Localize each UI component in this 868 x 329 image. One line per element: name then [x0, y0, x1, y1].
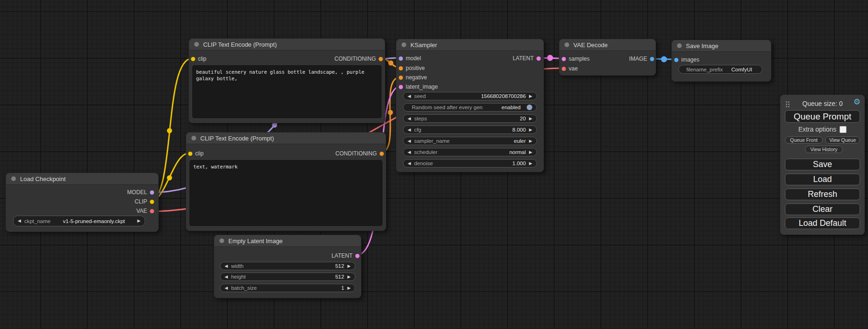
- link-dot[interactable]: [388, 110, 393, 115]
- link-dot[interactable]: [547, 55, 553, 61]
- left-arrow-icon[interactable]: ◀: [408, 128, 411, 132]
- input-port-model[interactable]: model: [399, 55, 421, 62]
- port-dot-images[interactable]: [674, 58, 678, 62]
- node-load-checkpoint[interactable]: Load Checkpoint MODEL CLIP VAE ◀ ckpt_na…: [6, 173, 159, 232]
- queue-prompt-button[interactable]: Queue Prompt: [785, 110, 860, 123]
- save-button[interactable]: Save: [785, 159, 860, 170]
- port-dot-clip[interactable]: [191, 57, 195, 61]
- sampler-name-widget[interactable]: ◀ sampler_name euler ▶: [403, 137, 537, 145]
- left-arrow-icon[interactable]: ◀: [408, 94, 411, 98]
- left-arrow-icon[interactable]: ◀: [408, 161, 411, 166]
- port-dot-latent[interactable]: [536, 56, 541, 61]
- port-dot-vae[interactable]: [562, 67, 566, 71]
- right-arrow-icon[interactable]: ▶: [347, 275, 351, 279]
- link-dot[interactable]: [167, 175, 172, 181]
- input-port-vae[interactable]: vae: [562, 65, 578, 72]
- node-ksampler[interactable]: KSampler model positive negative latent_…: [396, 39, 544, 172]
- node-vae-decode[interactable]: VAE Decode samples vae IMAGE: [559, 39, 656, 76]
- port-dot-model[interactable]: [150, 190, 154, 195]
- port-dot-vae[interactable]: [150, 209, 154, 213]
- view-history-button[interactable]: View History: [805, 146, 843, 153]
- collapse-dot-icon[interactable]: [677, 43, 682, 48]
- node-title-bar[interactable]: Save Image: [672, 40, 771, 52]
- collapse-dot-icon[interactable]: [402, 42, 406, 47]
- node-title-bar[interactable]: KSampler: [396, 39, 543, 51]
- port-dot-negative[interactable]: [399, 76, 403, 80]
- refresh-button[interactable]: Refresh: [785, 189, 860, 200]
- ckpt-name-widget[interactable]: ◀ ckpt_name v1-5-pruned-emaonly.ckpt ▶: [13, 216, 145, 226]
- filename-prefix-widget[interactable]: filename_prefix ComfyUI: [678, 65, 762, 74]
- output-port-conditioning[interactable]: CONDITIONING: [335, 150, 384, 157]
- collapse-dot-icon[interactable]: [219, 238, 224, 243]
- output-port-image[interactable]: IMAGE: [629, 55, 654, 63]
- input-port-negative[interactable]: negative: [399, 74, 427, 81]
- width-widget[interactable]: ◀ width 512 ▶: [220, 262, 355, 270]
- denoise-widget[interactable]: ◀ denoise 1.000 ▶: [403, 159, 537, 168]
- negative-prompt-textarea[interactable]: text, watermark: [190, 160, 382, 226]
- right-arrow-icon[interactable]: ▶: [529, 128, 532, 132]
- left-arrow-icon[interactable]: ◀: [225, 264, 228, 268]
- left-arrow-icon[interactable]: ◀: [408, 139, 411, 143]
- node-title-bar[interactable]: CLIP Text Encode (Prompt): [189, 39, 385, 50]
- right-arrow-icon[interactable]: ▶: [529, 150, 532, 154]
- toggle-dot-icon[interactable]: [527, 105, 532, 110]
- steps-widget[interactable]: ◀ steps 20 ▶: [403, 114, 537, 123]
- port-dot-latent-image[interactable]: [399, 85, 403, 89]
- port-dot-latent[interactable]: [355, 254, 360, 258]
- scheduler-widget[interactable]: ◀ scheduler normal ▶: [403, 148, 537, 156]
- right-arrow-icon[interactable]: ▶: [347, 264, 351, 268]
- input-port-latent-image[interactable]: latent_image: [399, 83, 438, 91]
- output-port-clip[interactable]: CLIP: [134, 198, 154, 205]
- input-port-samples[interactable]: samples: [562, 55, 590, 63]
- right-arrow-icon[interactable]: ▶: [137, 219, 141, 223]
- output-port-latent[interactable]: LATENT: [332, 252, 360, 259]
- port-dot-model[interactable]: [399, 56, 403, 61]
- node-title-bar[interactable]: VAE Decode: [559, 39, 656, 51]
- input-port-clip[interactable]: clip: [188, 150, 204, 157]
- right-arrow-icon[interactable]: ▶: [529, 94, 532, 98]
- port-dot-clip[interactable]: [150, 200, 154, 204]
- right-arrow-icon[interactable]: ▶: [529, 161, 532, 166]
- link-dot[interactable]: [661, 56, 667, 63]
- graph-canvas[interactable]: Load Checkpoint MODEL CLIP VAE ◀ ckpt_na…: [0, 0, 868, 329]
- collapse-dot-icon[interactable]: [194, 42, 199, 47]
- seed-widget[interactable]: ◀ seed 156680208700286 ▶: [403, 92, 537, 100]
- port-dot-image[interactable]: [650, 57, 654, 61]
- node-save-image[interactable]: Save Image images filename_prefix ComfyU…: [671, 40, 771, 82]
- node-title-bar[interactable]: Load Checkpoint: [6, 173, 158, 185]
- input-port-positive[interactable]: positive: [399, 64, 425, 72]
- cfg-widget[interactable]: ◀ cfg 8.000 ▶: [403, 126, 537, 134]
- right-arrow-icon[interactable]: ▶: [529, 139, 532, 143]
- batch-size-widget[interactable]: ◀ batch_size 1 ▶: [220, 284, 355, 292]
- port-dot-conditioning[interactable]: [380, 152, 384, 156]
- clear-button[interactable]: Clear: [785, 203, 860, 215]
- queue-front-button[interactable]: Queue Front: [785, 136, 823, 144]
- output-port-conditioning[interactable]: CONDITIONING: [334, 55, 383, 63]
- height-widget[interactable]: ◀ height 512 ▶: [220, 273, 355, 281]
- load-default-button[interactable]: Load Default: [785, 217, 860, 229]
- collapse-dot-icon[interactable]: [11, 176, 16, 181]
- random-seed-toggle-widget[interactable]: Random seed after every gen enabled: [403, 103, 537, 112]
- node-title-bar[interactable]: Empty Latent Image: [214, 235, 361, 247]
- input-port-images[interactable]: images: [674, 56, 699, 63]
- left-arrow-icon[interactable]: ◀: [18, 219, 21, 223]
- node-empty-latent-image[interactable]: Empty Latent Image LATENT ◀ width 512 ▶ …: [214, 235, 361, 298]
- output-port-model[interactable]: MODEL: [127, 189, 154, 196]
- collapse-dot-icon[interactable]: [191, 136, 196, 140]
- view-queue-button[interactable]: View Queue: [825, 136, 860, 144]
- node-clip-text-encode-negative[interactable]: CLIP Text Encode (Prompt) clip CONDITION…: [186, 132, 386, 231]
- right-arrow-icon[interactable]: ▶: [529, 117, 532, 121]
- port-dot-samples[interactable]: [562, 57, 566, 61]
- node-title-bar[interactable]: CLIP Text Encode (Prompt): [186, 133, 386, 144]
- output-port-latent[interactable]: LATENT: [513, 55, 541, 62]
- left-arrow-icon[interactable]: ◀: [408, 117, 411, 121]
- link-dot[interactable]: [167, 128, 172, 133]
- input-port-clip[interactable]: clip: [191, 55, 206, 63]
- left-arrow-icon[interactable]: ◀: [225, 286, 228, 290]
- extra-options-checkbox[interactable]: [840, 126, 847, 133]
- load-button[interactable]: Load: [785, 174, 860, 185]
- port-dot-positive[interactable]: [399, 66, 403, 70]
- left-arrow-icon[interactable]: ◀: [408, 150, 411, 154]
- collapse-dot-icon[interactable]: [565, 42, 569, 47]
- output-port-vae[interactable]: VAE: [136, 207, 154, 215]
